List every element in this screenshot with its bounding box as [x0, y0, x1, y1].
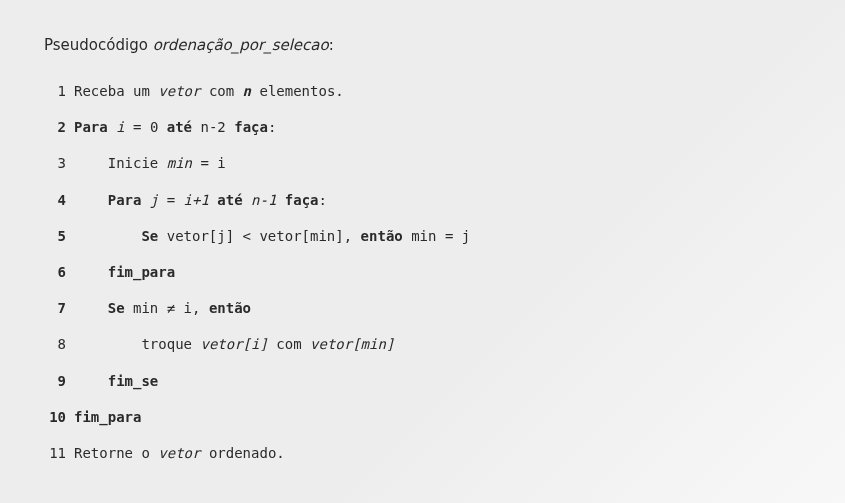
code-segment: i+1	[184, 192, 209, 208]
code-segment: min ≠ i,	[125, 300, 209, 316]
code-segment: =	[158, 192, 183, 208]
code-segment: ordenado.	[200, 445, 284, 461]
code-segment: vetor[j] < vetor[min],	[158, 228, 360, 244]
indent	[74, 300, 108, 316]
code-segment	[243, 192, 251, 208]
code-segment: Para	[74, 119, 108, 135]
pseudocode-body: 1Receba um vetor com n elementos.2Para i…	[44, 82, 801, 462]
code-segment	[108, 119, 116, 135]
line-content: fim_para	[74, 408, 141, 426]
code-line: 9 fim_se	[44, 372, 801, 390]
code-segment	[141, 192, 149, 208]
code-segment: troque	[141, 336, 200, 352]
code-line: 1Receba um vetor com n elementos.	[44, 82, 801, 100]
line-content: fim_para	[74, 263, 175, 281]
line-number: 5	[44, 227, 66, 245]
line-content: Para i = 0 até n-2 faça:	[74, 118, 276, 136]
code-line: 8 troque vetor[i] com vetor[min]	[44, 335, 801, 353]
title-name: ordenação_por_selecao	[153, 36, 329, 54]
line-content: Se vetor[j] < vetor[min], então min = j	[74, 227, 470, 245]
code-segment: com	[268, 336, 310, 352]
code-line: 11Retorne o vetor ordenado.	[44, 444, 801, 462]
code-segment	[276, 192, 284, 208]
line-content: fim_se	[74, 372, 158, 390]
code-segment: com	[200, 83, 242, 99]
line-number: 11	[44, 444, 66, 462]
indent	[74, 264, 108, 280]
line-number: 2	[44, 118, 66, 136]
code-segment: então	[361, 228, 403, 244]
code-line: 3 Inicie min = i	[44, 154, 801, 172]
indent	[74, 336, 141, 352]
indent	[74, 228, 141, 244]
indent	[74, 373, 108, 389]
code-segment: vetor[min]	[310, 336, 394, 352]
code-segment: n-1	[251, 192, 276, 208]
code-line: 5 Se vetor[j] < vetor[min], então min = …	[44, 227, 801, 245]
line-number: 7	[44, 299, 66, 317]
code-segment: faça	[285, 192, 319, 208]
code-segment: Para	[108, 192, 142, 208]
line-number: 8	[44, 335, 66, 353]
line-number: 6	[44, 263, 66, 281]
code-line: 10fim_para	[44, 408, 801, 426]
code-line: 7 Se min ≠ i, então	[44, 299, 801, 317]
code-segment: i	[116, 119, 124, 135]
code-segment: até	[167, 119, 192, 135]
line-content: troque vetor[i] com vetor[min]	[74, 335, 394, 353]
line-content: Para j = i+1 até n-1 faça:	[74, 191, 327, 209]
line-number: 4	[44, 191, 66, 209]
code-segment: min = j	[403, 228, 470, 244]
code-segment: Inicie	[108, 155, 167, 171]
code-segment: então	[209, 300, 251, 316]
code-segment: até	[217, 192, 242, 208]
line-number: 1	[44, 82, 66, 100]
code-segment: vetor[i]	[200, 336, 267, 352]
line-number: 3	[44, 154, 66, 172]
code-segment: n	[243, 83, 251, 99]
line-content: Inicie min = i	[74, 154, 226, 172]
code-segment: vetor	[158, 445, 200, 461]
line-content: Retorne o vetor ordenado.	[74, 444, 285, 462]
code-segment: fim_para	[108, 264, 175, 280]
indent	[74, 192, 108, 208]
pseudocode-title: Pseudocódigo ordenação_por_selecao:	[44, 36, 801, 54]
title-prefix: Pseudocódigo	[44, 36, 153, 54]
pseudocode-page: Pseudocódigo ordenação_por_selecao: 1Rec…	[0, 0, 845, 498]
line-number: 10	[44, 408, 66, 426]
code-segment: min	[167, 155, 192, 171]
code-segment: fim_para	[74, 409, 141, 425]
code-segment: :	[268, 119, 276, 135]
code-segment: Se	[141, 228, 158, 244]
code-segment: vetor	[158, 83, 200, 99]
code-segment: = i	[192, 155, 226, 171]
indent	[74, 155, 108, 171]
line-content: Se min ≠ i, então	[74, 299, 251, 317]
title-suffix: :	[329, 36, 334, 54]
code-segment: :	[319, 192, 327, 208]
code-segment: fim_se	[108, 373, 159, 389]
line-number: 9	[44, 372, 66, 390]
code-line: 4 Para j = i+1 até n-1 faça:	[44, 191, 801, 209]
code-segment: faça	[234, 119, 268, 135]
code-segment: elementos.	[251, 83, 344, 99]
code-segment: n-2	[192, 119, 234, 135]
code-line: 6 fim_para	[44, 263, 801, 281]
code-segment: Receba um	[74, 83, 158, 99]
line-content: Receba um vetor com n elementos.	[74, 82, 344, 100]
code-line: 2Para i = 0 até n-2 faça:	[44, 118, 801, 136]
code-segment: Se	[108, 300, 125, 316]
code-segment: = 0	[125, 119, 167, 135]
code-segment: Retorne o	[74, 445, 158, 461]
